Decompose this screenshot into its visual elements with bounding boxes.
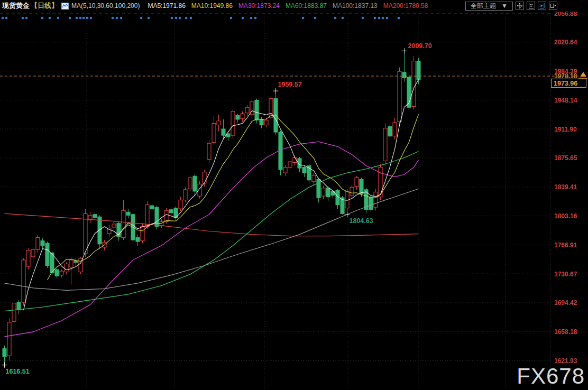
scale-left-axis-icon[interactable] [527,2,535,10]
price-annotation: 1959.57 [278,81,302,88]
event-dot[interactable] [242,17,244,20]
pan-crosshair-icon[interactable] [516,2,524,10]
candle-body-up [231,112,235,135]
event-dot[interactable] [386,17,389,20]
event-dot[interactable] [82,17,85,20]
event-dot[interactable] [171,17,173,20]
event-dot[interactable] [49,17,51,20]
candle-body-down [169,210,173,213]
event-dot[interactable] [76,17,78,20]
scale-right-axis-icon[interactable] [538,2,546,10]
candle-body-up [321,188,325,196]
event-dot[interactable] [90,17,93,20]
event-dot[interactable] [362,17,364,20]
ma-line-ma100 [5,189,419,290]
event-dot[interactable] [2,17,4,20]
ma-legend: MA5:1971.86MA10:1949.86MA30:1873.24MA60:… [142,2,428,10]
event-dot[interactable] [342,17,344,20]
latest-price-arrow-icon[interactable] [580,72,586,77]
event-dot[interactable] [254,17,257,20]
event-dot[interactable] [302,17,305,20]
caret-down-icon: ▼ [501,2,508,10]
candle-body-up [7,322,11,356]
candle-body-down [417,61,420,80]
event-dot[interactable] [140,17,143,20]
event-dot[interactable] [334,17,337,20]
event-dot[interactable] [112,17,114,20]
event-dot[interactable] [190,17,192,20]
candle-body-up [145,205,149,227]
candle-body-down [402,72,406,78]
candlestick-chart[interactable]: 1978.182056.882020.641984.391948.141911.… [0,12,588,390]
candle-body-up [31,249,35,257]
event-dot[interactable] [41,17,44,20]
ma-line-ma5 [24,79,419,310]
theme-selector-label: 全部主题 [471,2,496,11]
candle-body-down [193,176,197,191]
candle-body-up [412,61,416,107]
candle-body-up [264,120,268,125]
candle-body-down [222,129,225,135]
event-dot[interactable] [69,17,71,20]
candle-body-down [41,241,44,246]
price-tick-label: 1766.91 [554,242,577,249]
event-dot[interactable] [57,17,60,20]
event-dot[interactable] [378,17,381,20]
candle-body-up [12,303,16,322]
candle-body-down [260,119,263,125]
candle-body-up [241,114,244,118]
gold-daily-chart-window: { "header": { "symbol": "现货黄金", "period"… [0,0,588,390]
event-dot[interactable] [250,17,253,20]
price-annotation: 1616.51 [6,368,30,375]
candle-body-up [217,121,221,125]
event-dot[interactable] [175,17,178,20]
price-tick-label: 2056.88 [554,12,577,17]
ma-params-label: MA(5,10,30,60,100,200) [71,2,140,10]
event-dot[interactable] [179,17,181,20]
candle-body-up [212,123,216,142]
candle-body-up [383,128,387,161]
ma-legend-item-ma5: MA5:1971.86 [148,2,185,10]
price-tick-label: 1911.90 [554,126,577,133]
event-dot[interactable] [398,17,400,20]
event-dot[interactable] [79,17,82,20]
candle-body-up [374,192,378,207]
candle-body-down [369,197,373,210]
event-dot[interactable] [185,17,188,20]
ma-legend-item-ma60: MA60:1883.87 [286,2,327,10]
candle-body-up [207,143,211,159]
event-dot[interactable] [314,17,317,20]
event-dot[interactable] [230,17,233,20]
price-tick-label: 1694.42 [554,299,577,307]
event-dot[interactable] [25,17,28,20]
candle-body-up [122,210,125,237]
candle-body-up [203,172,206,183]
event-dot[interactable] [148,17,150,20]
price-tick-label: 1730.67 [554,271,577,278]
event-dot[interactable] [116,17,118,20]
candle-body-up [188,178,192,189]
candle-body-up [398,71,401,122]
price-tick-label: 1803.16 [554,212,577,220]
event-dot[interactable] [22,17,24,20]
ma-legend-item-ma100: MA100:1837.13 [333,2,378,10]
candle-body-up [22,260,25,302]
price-tick-label: 1984.39 [554,68,577,75]
add-pane-icon[interactable] [549,2,557,10]
event-dot[interactable] [374,17,376,20]
event-dot[interactable] [382,17,384,20]
theme-selector-button[interactable]: 全部主题 ▼ [465,2,513,11]
candle-body-up [112,224,116,227]
candle-body-down [74,261,78,262]
price-tick-label: 1839.41 [554,183,577,191]
mini-chart-icon[interactable] [61,3,69,10]
event-dot[interactable] [120,17,123,20]
candle-body-up [69,260,73,267]
candle-body-up [65,264,68,272]
event-dot[interactable] [86,17,89,20]
candle-body-up [60,271,63,275]
price-tick-label: 1875.65 [554,154,577,162]
candle-body-down [17,302,21,310]
ma-legend-item-ma30: MA30:1873.24 [238,2,280,10]
event-dot[interactable] [5,17,8,20]
